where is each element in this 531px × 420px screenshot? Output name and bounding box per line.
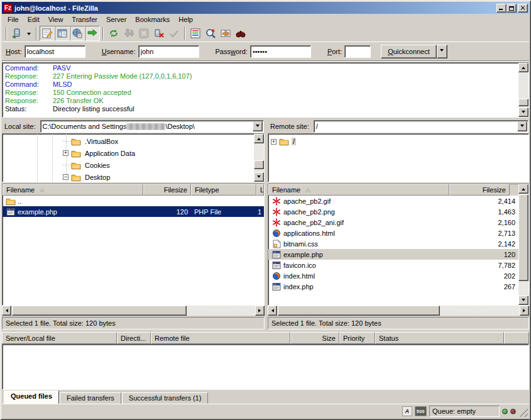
quickconnect-dropdown-button[interactable] (437, 45, 447, 58)
column-header[interactable]: Size (290, 332, 339, 344)
file-row[interactable]: apache_pb2_ani.gif2,160 (268, 217, 518, 228)
scroll-right-button[interactable] (255, 306, 265, 316)
file-name: applications.html (283, 229, 335, 237)
file-row[interactable]: bitnami.css2,142 (268, 238, 518, 249)
directory-listing-filters-button[interactable] (188, 26, 203, 41)
file-name: example.php (18, 208, 57, 216)
toggle-transfer-queue-button[interactable] (85, 26, 100, 41)
column-header[interactable]: Remote file (151, 332, 290, 344)
scrollbar-thumb[interactable] (12, 306, 187, 316)
file-row[interactable]: apache_pb2.png1,463 (268, 206, 518, 217)
tree-expander-icon[interactable]: − (63, 174, 68, 180)
file-row[interactable]: apache_pb2.gif2,414 (268, 196, 518, 206)
menu-item-transfer[interactable]: Transfer (67, 14, 102, 25)
file-row[interactable]: favicon.ico7,782 (268, 260, 518, 270)
site-manager-button[interactable] (9, 26, 25, 41)
scroll-up-button[interactable] (518, 63, 528, 72)
remote-list-scrollbar[interactable] (518, 184, 528, 305)
username-input[interactable] (138, 45, 199, 58)
speed-limit-icon[interactable]: 500 (415, 406, 427, 416)
local-horizontal-scrollbar[interactable] (2, 306, 265, 316)
column-header[interactable]: Status (375, 332, 504, 344)
tree-expander-icon[interactable]: + (63, 150, 68, 156)
file-row[interactable]: index.php267 (268, 281, 518, 292)
file-row[interactable]: example.php120 (268, 249, 518, 260)
local-tree-scrollbar[interactable] (254, 134, 264, 182)
column-header[interactable]: Filetype (191, 184, 256, 196)
disconnect-button[interactable] (151, 26, 167, 41)
directory-comparison-button[interactable] (203, 26, 218, 41)
log-line-label: Response: (5, 97, 53, 105)
scrollbar-thumb[interactable] (518, 99, 528, 106)
toggle-remote-tree-button[interactable] (70, 26, 85, 41)
synchronized-browsing-button[interactable] (218, 26, 233, 41)
queue-tab[interactable]: Failed transfers (60, 392, 121, 404)
column-header[interactable]: Server/Local file (2, 332, 117, 344)
toggle-local-tree-button[interactable] (55, 26, 70, 41)
file-row[interactable]: example.php120PHP File1 (3, 206, 264, 217)
menu-item-bookmarks[interactable]: Bookmarks (131, 14, 174, 25)
column-header[interactable]: Filesize (143, 184, 191, 196)
scroll-down-button[interactable] (518, 296, 528, 305)
scroll-left-button[interactable] (268, 306, 277, 316)
tree-item[interactable]: .VirtualBox (3, 135, 254, 147)
tree-item[interactable]: −Desktop (3, 171, 254, 182)
host-input[interactable] (25, 45, 85, 58)
file-row[interactable]: index.html202 (268, 270, 518, 281)
reconnect-button[interactable] (167, 26, 182, 41)
data-type-icon[interactable]: A (402, 406, 412, 416)
tree-item[interactable]: +/ (271, 136, 528, 146)
scroll-up-button[interactable] (254, 134, 264, 143)
file-row[interactable]: .. (3, 196, 264, 206)
refresh-button[interactable] (106, 26, 121, 41)
column-header[interactable]: Filesize (449, 184, 510, 196)
log-vertical-scrollbar[interactable] (518, 63, 528, 117)
file-row[interactable]: applications.html2,713 (268, 228, 518, 238)
title-bar[interactable]: Fz john@localhost - FileZilla (2, 2, 529, 14)
local-site-dropdown-button[interactable] (253, 121, 263, 131)
remote-site-combo[interactable]: / (314, 120, 528, 133)
find-files-button[interactable] (233, 26, 248, 41)
column-header[interactable]: Priority (339, 332, 375, 344)
menu-item-edit[interactable]: Edit (23, 14, 44, 25)
queue-tab[interactable]: Queued files (4, 390, 59, 404)
menu-item-help[interactable]: Help (174, 14, 197, 25)
menu-item-server[interactable]: Server (102, 14, 131, 25)
remote-horizontal-scrollbar[interactable] (268, 306, 529, 316)
scroll-up-button[interactable] (518, 184, 528, 194)
tree-item[interactable]: +Application Data (3, 147, 254, 159)
local-site-combo[interactable]: C:\Documents and Settings\Desktop\ (40, 120, 264, 133)
process-queue-button[interactable] (121, 26, 136, 41)
column-header[interactable]: Directi... (117, 332, 151, 344)
scrollbar-thumb[interactable] (518, 194, 528, 281)
folder-icon (71, 161, 81, 170)
scrollbar-thumb[interactable] (254, 160, 264, 169)
queue-tab[interactable]: Successful transfers (1) (122, 392, 209, 404)
site-manager-dropdown-button[interactable] (25, 26, 33, 41)
tree-item[interactable]: Cookies (3, 159, 254, 171)
menu-item-file[interactable]: File (3, 14, 23, 25)
close-button[interactable] (518, 4, 528, 13)
scroll-down-button[interactable] (518, 108, 528, 117)
scroll-left-button[interactable] (2, 306, 11, 316)
scroll-right-button[interactable] (520, 306, 529, 316)
password-input[interactable] (250, 45, 311, 58)
column-header[interactable]: L (256, 184, 264, 196)
column-header[interactable] (504, 332, 529, 344)
toggle-message-log-button[interactable] (40, 26, 55, 41)
maximize-button[interactable] (506, 4, 517, 13)
menu-item-view[interactable]: View (44, 14, 68, 25)
column-header[interactable]: Filename (3, 184, 143, 196)
cancel-operation-button[interactable] (136, 26, 151, 41)
transfer-queue-list[interactable] (2, 344, 529, 390)
resize-grip[interactable] (520, 409, 528, 417)
scroll-down-button[interactable] (254, 172, 264, 182)
tree-expander-icon[interactable]: + (271, 139, 276, 145)
minimize-button[interactable] (496, 4, 506, 13)
window-title: john@localhost - FileZilla (14, 4, 495, 12)
column-header[interactable]: Filename (268, 184, 449, 196)
scrollbar-thumb[interactable] (278, 306, 440, 316)
port-input[interactable] (344, 45, 371, 58)
remote-site-dropdown-button[interactable] (517, 121, 527, 131)
quickconnect-button[interactable]: Quickconnect (381, 45, 437, 58)
